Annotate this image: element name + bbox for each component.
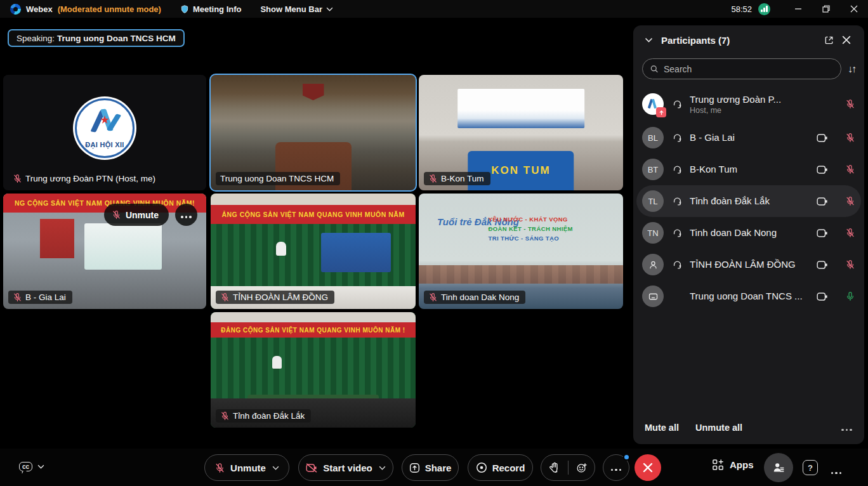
avatar-person-icon [642, 254, 664, 275]
camera-on-icon[interactable] [817, 228, 829, 238]
raise-hand-icon [549, 462, 560, 473]
avatar-initials: BT [642, 159, 664, 180]
more-options-button[interactable] [603, 454, 629, 481]
minimize-button[interactable] [784, 0, 812, 18]
close-icon [643, 463, 653, 473]
mic-muted-icon [112, 210, 121, 220]
video-tile-lam-dong[interactable]: ẢNG CỘNG SẢN VIỆT NAM QUANG VINH MUÔN NĂ… [211, 194, 416, 309]
speaking-prefix: Speaking: [16, 34, 55, 43]
video-tile-dak-lak[interactable]: ĐẢNG CỘNG SẢN VIỆT NAM QUANG VINH MUÔN N… [211, 312, 416, 428]
ceiling-strip [211, 312, 416, 322]
meeting-info-label: Meeting Info [193, 4, 242, 14]
avatar-initials: BL [642, 127, 664, 148]
mic-muted-icon[interactable] [845, 99, 855, 109]
tile-unmute-button[interactable]: Unmute [104, 204, 169, 226]
help-button[interactable]: ? [803, 460, 818, 475]
participant-row-dak-lak-highlighted[interactable]: TL Tỉnh đoàn Đắk Lắk [636, 185, 861, 217]
mic-muted-icon [428, 174, 438, 183]
slogan-line-3: TRI THỨC - SÁNG TẠO [488, 235, 559, 242]
mic-muted-icon [428, 292, 438, 302]
mic-muted-icon[interactable] [845, 259, 855, 270]
closed-captions-button[interactable]: cc [19, 462, 32, 471]
webex-meeting-window: Webex (Moderated unmute mode) Meeting In… [0, 0, 868, 486]
chevron-down-icon[interactable] [37, 464, 44, 469]
participant-role: Host, me [690, 106, 817, 115]
meeting-timer: 58:52 [731, 4, 752, 14]
raise-hand-button[interactable] [541, 462, 568, 473]
close-window-button[interactable] [840, 0, 868, 18]
chairs-row [419, 265, 623, 284]
mic-muted-icon[interactable] [845, 133, 855, 143]
participant-search[interactable] [642, 58, 841, 79]
share-icon [409, 463, 420, 473]
show-menu-bar-button[interactable]: Show Menu Bar [260, 4, 333, 14]
start-video-label: Start video [323, 463, 372, 473]
tile-name-label: Trung ương Đoàn PTN (Host, me) [8, 172, 162, 185]
participants-list: Trung ương Đoàn P... Host, me BL B - Gia… [633, 86, 864, 312]
apps-button[interactable]: Apps [712, 459, 754, 471]
participant-name: B-Kon Tum [690, 164, 737, 174]
participant-row-gia-lai[interactable]: BL B - Gia Lai [633, 122, 864, 154]
camera-on-icon[interactable] [817, 197, 829, 206]
reactions-group [541, 454, 595, 481]
connection-quality-icon[interactable] [758, 3, 770, 15]
video-tile-host[interactable]: ĐẠI HỘI XII Trung ương Đoàn PTN (Host, m… [3, 75, 206, 190]
unmute-label: Unmute [230, 463, 266, 473]
camera-on-icon[interactable] [817, 260, 829, 270]
participants-panel: Participants (7) ↓↑ Trung ương Đoàn P... [633, 25, 864, 444]
reactions-button[interactable] [568, 463, 595, 473]
tile-name-label: TỈNH ĐOÀN LÂM ĐỒNG [216, 291, 334, 304]
unmute-button[interactable]: Unmute [204, 454, 289, 481]
participant-row-tncs-device[interactable]: Trung uong Doan TNCS ... [633, 280, 864, 312]
shield-icon [180, 4, 189, 14]
start-video-button[interactable]: Start video [298, 454, 393, 481]
tile-more-options-button[interactable] [175, 204, 197, 226]
participant-row-kon-tum[interactable]: BT B-Kon Tum [633, 154, 864, 185]
restore-button[interactable] [812, 0, 840, 18]
collapse-panel-button[interactable] [642, 31, 655, 49]
camera-on-icon[interactable] [817, 133, 829, 143]
mic-muted-icon[interactable] [845, 228, 855, 238]
wall-slogan-lines: YÊU NƯỚC - KHÁT VỌNG ĐOÀN KẾT - TRÁCH NH… [488, 214, 572, 243]
video-tile-dak-nong[interactable]: Tuổi trẻ Đắk Nông YÊU NƯỚC - KHÁT VỌNG Đ… [419, 194, 623, 309]
headset-icon [672, 164, 683, 175]
mic-on-icon[interactable] [845, 291, 855, 301]
share-button[interactable]: Share [402, 454, 459, 481]
record-button[interactable]: Record [468, 454, 533, 481]
participant-name: Tỉnh đoàn Đắk Lắk [690, 195, 770, 206]
camera-on-icon[interactable] [817, 292, 829, 301]
close-panel-button[interactable] [838, 31, 855, 49]
meeting-info-button[interactable]: Meeting Info [180, 4, 242, 14]
camera-on-icon[interactable] [817, 165, 829, 174]
search-input[interactable] [664, 64, 833, 74]
video-tile-gia-lai[interactable]: NG CỘNG SẢN VIỆT NAM QUANG VINH MUÔN NĂM… [3, 194, 206, 309]
control-bar: cc Unmute Start video Share Record [0, 449, 868, 486]
moderated-mode-label: (Moderated unmute mode) [58, 4, 161, 14]
panel-more-options-button[interactable] [841, 422, 853, 433]
participant-row-dak-nong[interactable]: TN Tinh doan Dak Nong [633, 217, 864, 249]
sort-participants-button[interactable]: ↓↑ [848, 63, 855, 75]
pop-out-panel-button[interactable] [820, 31, 838, 49]
tile-name-label: Tỉnh đoàn Đắk Lắk [216, 409, 311, 423]
red-banner-text: ẢNG CỘNG SẢN VIỆT NAM QUANG VINH MUÔN NĂ… [211, 205, 416, 224]
unmute-all-button[interactable]: Unmute all [695, 423, 742, 433]
participant-name: B - Gia Lai [25, 292, 66, 302]
control-bar-more-button[interactable] [830, 465, 843, 476]
show-menu-bar-label: Show Menu Bar [260, 4, 322, 14]
video-tile-kon-tum[interactable]: KON TUM B-Kon Tum [419, 75, 623, 190]
leave-meeting-button[interactable] [635, 454, 661, 481]
ceiling-strip [211, 194, 416, 205]
title-bar: Webex (Moderated unmute mode) Meeting In… [0, 0, 868, 18]
mute-all-button[interactable]: Mute all [645, 423, 679, 433]
video-tile-tncs-hcm-active-speaker[interactable]: Trung uong Doan TNCS HCM [211, 75, 416, 190]
mic-muted-icon[interactable] [845, 196, 855, 206]
participants-toggle-button[interactable] [764, 453, 793, 482]
red-flag [40, 219, 74, 258]
mic-muted-icon[interactable] [845, 164, 855, 174]
mic-muted-icon [13, 292, 22, 302]
participant-row-lam-dong[interactable]: TỈNH ĐOÀN LÂM ĐỒNG [633, 249, 864, 280]
participant-name: TỈNH ĐOÀN LÂM ĐỒNG [690, 259, 796, 270]
participants-title: Participants (7) [661, 35, 730, 46]
avatar-logo [642, 93, 664, 115]
participant-row-host[interactable]: Trung ương Đoàn P... Host, me [633, 86, 864, 122]
